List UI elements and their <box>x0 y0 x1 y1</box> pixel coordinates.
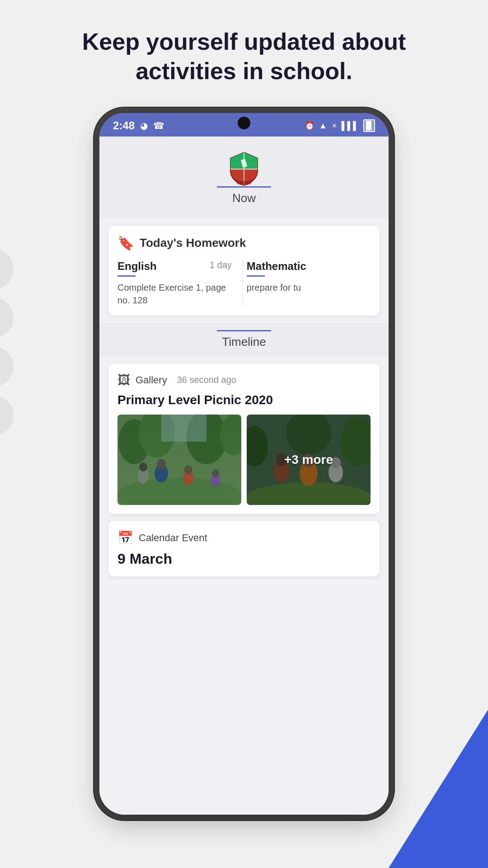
phone-wrapper: 2:48 ◕ ☎ ⏰ ▲ ✕ ▌▌▌ ▉ <box>86 113 402 815</box>
homework-subject-english: English <box>117 260 157 273</box>
calendar-card-header: 📅 Calendar Event <box>117 530 371 545</box>
now-label: Now <box>232 191 256 205</box>
timeline-gallery-card[interactable]: 🖼 Gallery 36 second ago Primary Level Pi… <box>108 363 380 514</box>
timeline-label: Timeline <box>222 335 266 349</box>
alarm-icon: ⏰ <box>305 121 314 131</box>
svg-point-5 <box>139 415 175 458</box>
camera-notch <box>238 117 250 129</box>
status-bar-left: 2:48 ◕ ☎ <box>113 119 164 132</box>
phone-frame: 2:48 ◕ ☎ ⏰ ▲ ✕ ▌▌▌ ▉ <box>99 113 389 815</box>
svg-point-6 <box>186 415 227 464</box>
more-photos-label: +3 more <box>284 453 333 467</box>
bookmark-icon: 🔖 <box>117 235 134 251</box>
svg-point-9 <box>117 478 241 505</box>
calendar-icon: 📅 <box>117 530 133 545</box>
timeline-images-container: +3 more <box>117 415 371 505</box>
homework-item-math-header: Mathematic <box>247 260 361 275</box>
svg-point-4 <box>118 419 150 464</box>
svg-point-15 <box>139 462 147 472</box>
homework-math-border <box>247 275 265 277</box>
signal-bars-icon: ▌▌▌ <box>342 121 359 131</box>
timeline-gallery-header: 🖼 Gallery 36 second ago <box>117 373 371 387</box>
svg-rect-3 <box>117 415 241 505</box>
timeline-gallery-time: 36 second ago <box>177 375 236 385</box>
svg-point-11 <box>157 459 166 470</box>
more-photos-overlay: +3 more <box>247 415 371 505</box>
bg-circle-2 <box>0 297 14 338</box>
signal-x-icon: ✕ <box>332 122 337 129</box>
school-logo-section: Now <box>99 137 389 219</box>
status-time: 2:48 <box>113 119 135 132</box>
timeline-gallery-title: Primary Level Picnic 2020 <box>117 393 371 407</box>
whatsapp-icon: ☎ <box>153 120 164 131</box>
homework-item-english-header: English 1 day <box>117 260 232 275</box>
svg-point-17 <box>212 469 219 477</box>
battery-icon: ▉ <box>363 119 375 132</box>
timeline-header: Timeline <box>99 323 389 356</box>
homework-divider <box>243 260 243 307</box>
bg-circle-1 <box>0 249 14 289</box>
timeline-underline <box>217 330 271 331</box>
svg-rect-8 <box>161 415 206 442</box>
svg-point-12 <box>183 471 194 485</box>
homework-item-math: Mathematic prepare for tu <box>247 260 368 307</box>
status-bar: 2:48 ◕ ☎ ⏰ ▲ ✕ ▌▌▌ ▉ <box>99 113 389 137</box>
wifi-icon: ▲ <box>319 121 327 131</box>
homework-subject-math: Mathematic <box>247 260 306 273</box>
gallery-icon: 🖼 <box>117 373 130 387</box>
homework-due-english: 1 day <box>210 260 232 270</box>
calendar-event-date: 9 March <box>117 551 371 567</box>
calendar-event-card[interactable]: 📅 Calendar Event 9 March <box>108 521 380 576</box>
homework-desc-math: prepare for tu <box>247 281 361 294</box>
gallery-photo-2[interactable]: +3 more <box>247 415 371 505</box>
now-underline <box>217 186 271 188</box>
background-triangle <box>389 710 488 868</box>
page-heading: Keep yourself updated about activities i… <box>0 0 488 104</box>
gallery-photo-1[interactable] <box>117 415 241 505</box>
homework-items-list: English 1 day Complete Exercise 1, page … <box>117 260 371 307</box>
background-circles <box>0 249 14 444</box>
homework-card-header: 🔖 Today's Homework <box>117 235 371 251</box>
svg-point-16 <box>211 474 220 486</box>
school-logo <box>228 150 260 186</box>
app-content: Now 🔖 Today's Homework English 1 day <box>99 137 389 815</box>
homework-desc-english: Complete Exercise 1, page no. 128 <box>117 281 232 307</box>
timeline-gallery-type: Gallery <box>136 374 167 386</box>
bg-circle-3 <box>0 346 14 387</box>
calendar-event-type: Calendar Event <box>139 532 207 544</box>
svg-point-7 <box>220 415 241 455</box>
homework-item-english: English 1 day Complete Exercise 1, page … <box>117 260 239 307</box>
bg-circle-4 <box>0 395 14 436</box>
status-bar-right: ⏰ ▲ ✕ ▌▌▌ ▉ <box>305 119 375 132</box>
maps-icon: ◕ <box>140 120 148 131</box>
homework-card: 🔖 Today's Homework English 1 day Complet… <box>108 226 380 316</box>
svg-point-13 <box>184 465 192 474</box>
homework-title: Today's Homework <box>140 236 246 250</box>
homework-english-border <box>117 275 136 277</box>
svg-point-10 <box>155 464 168 482</box>
svg-point-14 <box>138 467 149 484</box>
